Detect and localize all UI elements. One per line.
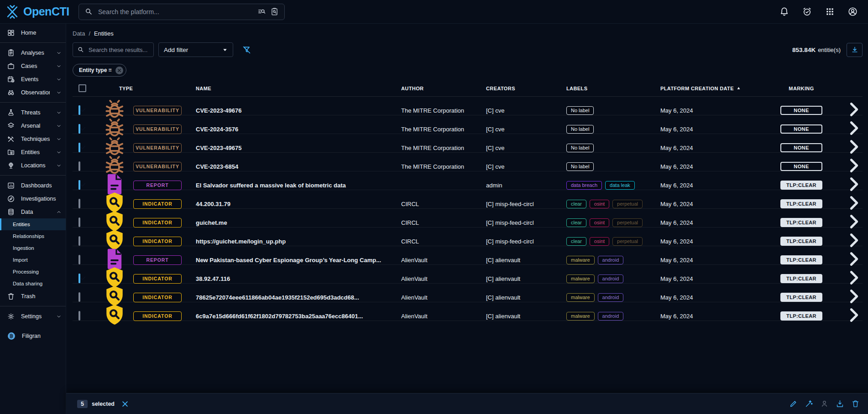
row-checkbox[interactable] bbox=[78, 217, 80, 227]
sidebar-item-settings[interactable]: Settings bbox=[0, 310, 66, 323]
table-row[interactable]: INDICATORhttps://guichet.me/login_up.php… bbox=[73, 228, 863, 246]
sidebar-item-analyses[interactable]: Analyses bbox=[0, 46, 66, 59]
breadcrumb-data[interactable]: Data bbox=[73, 30, 85, 37]
filter-chip-entity-type[interactable]: Entity type = bbox=[73, 64, 126, 77]
sidebar-subitem-processing[interactable]: Processing bbox=[0, 266, 66, 278]
sidebar-item-dashboards[interactable]: Dashboards bbox=[0, 179, 66, 192]
row-checkbox[interactable] bbox=[78, 180, 80, 190]
label-chip[interactable]: malware bbox=[566, 312, 595, 321]
sidebar-item-filigran[interactable]: Filigran bbox=[0, 329, 66, 342]
table-row[interactable]: REPORTEl Salvador suffered a massive lea… bbox=[73, 171, 863, 190]
table-row[interactable]: INDICATORguichet.meCIRCL[C] misp-feed-ci… bbox=[73, 209, 863, 228]
sidebar-item-investigations[interactable]: Investigations bbox=[0, 192, 66, 205]
row-checkbox[interactable] bbox=[78, 292, 80, 302]
table-row[interactable]: VULNERABILITYCVE-2024-3576The MITRE Corp… bbox=[73, 115, 863, 134]
sidebar-subitem-import[interactable]: Import bbox=[0, 254, 66, 266]
row-checkbox[interactable] bbox=[78, 199, 80, 208]
label-chip[interactable]: clear bbox=[566, 218, 586, 227]
table-row[interactable]: INDICATOR44.200.31.79CIRCL[C] misp-feed-… bbox=[73, 190, 863, 209]
label-chip[interactable]: malware bbox=[566, 293, 595, 302]
export-button[interactable] bbox=[847, 43, 863, 57]
label-chip[interactable]: malware bbox=[566, 274, 595, 283]
sidebar-subitem-data-sharing[interactable]: Data sharing bbox=[0, 278, 66, 290]
row-checkbox[interactable] bbox=[78, 105, 80, 115]
table-row[interactable]: INDICATOR78625e72074eee611866ab04ae1935f… bbox=[73, 284, 863, 302]
manage-search-icon[interactable] bbox=[257, 7, 266, 16]
column-author[interactable]: AUTHOR bbox=[401, 86, 486, 91]
label-chip[interactable]: android bbox=[598, 312, 624, 321]
table-row[interactable]: VULNERABILITYCVE-2023-49676The MITRE Cor… bbox=[73, 97, 863, 115]
sidebar-item-locations[interactable]: Locations bbox=[0, 159, 66, 172]
sidebar-item-data[interactable]: Data bbox=[0, 205, 66, 218]
table-row[interactable]: VULNERABILITYCVE-2023-6854The MITRE Corp… bbox=[73, 153, 863, 171]
column-platform-creation-date[interactable]: PLATFORM CREATION DATE bbox=[660, 85, 765, 91]
global-search-input[interactable] bbox=[97, 8, 253, 16]
column-name[interactable]: NAME bbox=[196, 86, 401, 91]
sidebar-item-entities[interactable]: Entities bbox=[0, 145, 66, 159]
alerts-timer-icon[interactable] bbox=[802, 6, 812, 17]
select-all-checkbox[interactable] bbox=[78, 84, 86, 92]
row-checkbox[interactable] bbox=[78, 143, 80, 152]
label-chip[interactable]: No label bbox=[566, 125, 594, 134]
label-chip[interactable]: No label bbox=[566, 144, 594, 152]
edit-icon[interactable] bbox=[789, 399, 798, 408]
table-row[interactable]: INDICATOR38.92.47.116AlienVault[C] alien… bbox=[73, 265, 863, 284]
sidebar-subitem-entities[interactable]: Entities bbox=[0, 218, 66, 230]
row-checkbox[interactable] bbox=[78, 124, 80, 134]
remove-filter-icon[interactable] bbox=[115, 67, 123, 74]
label-chip[interactable]: clear bbox=[566, 200, 586, 208]
row-checkbox[interactable] bbox=[78, 236, 80, 246]
clear-filters-icon[interactable] bbox=[242, 45, 251, 55]
label-chip[interactable]: perpetual bbox=[612, 218, 643, 227]
row-checkbox[interactable] bbox=[78, 311, 80, 321]
table-row[interactable]: INDICATOR6c9a7e15d666fd61f62f1802d797827… bbox=[73, 302, 863, 321]
delete-icon[interactable] bbox=[851, 399, 860, 408]
label-chip[interactable]: data breach bbox=[566, 181, 602, 190]
results-search[interactable] bbox=[73, 42, 154, 57]
table-row[interactable]: VULNERABILITYCVE-2023-49675The MITRE Cor… bbox=[73, 134, 863, 153]
row-checkbox[interactable] bbox=[78, 161, 80, 171]
column-labels[interactable]: LABELS bbox=[566, 86, 660, 91]
label-chip[interactable]: perpetual bbox=[612, 237, 643, 246]
label-chip[interactable]: osint bbox=[590, 200, 609, 208]
row-checkbox[interactable] bbox=[78, 274, 80, 283]
row-chevron-right-icon[interactable] bbox=[842, 321, 866, 329]
column-marking[interactable]: MARKING bbox=[765, 86, 838, 91]
label-chip[interactable]: osint bbox=[590, 218, 609, 227]
column-type[interactable]: TYPE bbox=[119, 86, 196, 91]
row-checkbox[interactable] bbox=[78, 255, 80, 264]
account-icon[interactable] bbox=[847, 6, 858, 17]
label-chip[interactable]: android bbox=[598, 274, 624, 283]
export-box-icon[interactable] bbox=[836, 399, 844, 408]
label-chip[interactable]: No label bbox=[566, 106, 594, 115]
label-chip[interactable]: perpetual bbox=[612, 200, 643, 208]
sidebar-item-threats[interactable]: Threats bbox=[0, 106, 66, 119]
label-chip[interactable]: clear bbox=[566, 237, 586, 246]
label-chip[interactable]: data leak bbox=[605, 181, 635, 190]
add-filter-select[interactable]: Add filter bbox=[158, 42, 233, 57]
sidebar-item-techniques[interactable]: Techniques bbox=[0, 132, 66, 145]
sidebar-subitem-ingestion[interactable]: Ingestion bbox=[0, 242, 66, 254]
sidebar-item-arsenal[interactable]: Arsenal bbox=[0, 119, 66, 132]
sidebar-item-cases[interactable]: Cases bbox=[0, 59, 66, 72]
notifications-icon[interactable] bbox=[779, 6, 790, 17]
sidebar-item-observations[interactable]: Observations bbox=[0, 86, 66, 99]
label-chip[interactable]: No label bbox=[566, 162, 594, 171]
label-chip[interactable]: osint bbox=[590, 237, 609, 246]
sidebar-item-trash[interactable]: Trash bbox=[0, 290, 66, 303]
results-search-input[interactable] bbox=[88, 46, 149, 54]
opencti-logo[interactable]: OpenCTI bbox=[5, 4, 74, 20]
clipboard-search-icon[interactable] bbox=[270, 7, 279, 16]
column-creators[interactable]: CREATORS bbox=[486, 86, 566, 91]
label-chip[interactable]: android bbox=[598, 293, 624, 302]
sidebar-item-events[interactable]: Events bbox=[0, 72, 66, 86]
apps-grid-icon[interactable] bbox=[825, 6, 835, 17]
clear-selection-icon[interactable] bbox=[121, 400, 129, 408]
sidebar-subitem-relationships[interactable]: Relationships bbox=[0, 230, 66, 242]
table-row[interactable]: REPORTNew Pakistan-based Cyber Espionage… bbox=[73, 246, 863, 265]
global-search[interactable] bbox=[78, 4, 285, 20]
label-chip[interactable]: android bbox=[598, 256, 624, 264]
label-chip[interactable]: malware bbox=[566, 256, 595, 264]
enrich-wand-icon[interactable] bbox=[805, 399, 813, 408]
sidebar-item-home[interactable]: Home bbox=[0, 26, 66, 39]
